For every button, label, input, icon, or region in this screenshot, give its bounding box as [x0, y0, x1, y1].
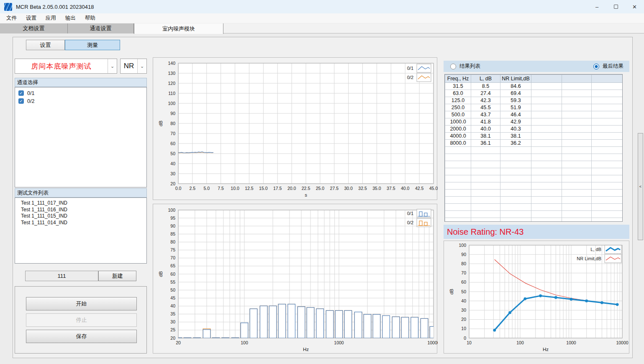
last-result-radio[interactable]: 最后结果 [593, 63, 623, 70]
svg-text:10.0: 10.0 [231, 186, 239, 191]
tab-channel-settings[interactable]: 通道设置 [68, 23, 134, 33]
menu-item-0[interactable]: 文件 [2, 14, 21, 23]
table-cell [562, 147, 592, 154]
svg-text:35.0: 35.0 [372, 186, 381, 191]
panel-collapse-handle[interactable]: < [638, 133, 643, 240]
table-cell [592, 126, 623, 133]
new-button[interactable]: 新建 [98, 271, 136, 281]
file-list-item[interactable]: Test 1_111_016_IND [21, 207, 146, 213]
subtab-measure[interactable]: 测量 [65, 40, 120, 50]
table-cell [500, 147, 531, 154]
table-row[interactable] [445, 197, 623, 204]
table-row[interactable] [445, 182, 623, 190]
svg-text:Hz: Hz [543, 347, 549, 352]
table-row[interactable]: 125.042.359.3 [445, 97, 623, 104]
file-list-item[interactable]: Test 1_111_017_IND [21, 200, 146, 207]
results-col-header [562, 75, 592, 83]
table-cell [592, 83, 623, 90]
table-row[interactable]: 2000.040.040.3 [445, 126, 623, 133]
channel-row-0/2[interactable]: ✓0/2 [18, 97, 146, 105]
table-row[interactable] [445, 161, 623, 168]
table-cell [592, 133, 623, 140]
menu-item-1[interactable]: 设置 [21, 14, 41, 23]
svg-text:NR Limit,dB: NR Limit,dB [577, 256, 601, 261]
table-cell [500, 197, 531, 204]
table-cell [562, 218, 592, 222]
noise-rating-value: Noise Rating: NR-43 [447, 227, 523, 237]
radio-unchecked-icon[interactable] [450, 64, 456, 69]
results-list-radio[interactable]: 结果列表 [450, 63, 480, 70]
table-row[interactable]: 500.043.746.4 [445, 111, 623, 118]
checkbox-icon[interactable]: ✓ [18, 90, 24, 96]
svg-text:100: 100 [516, 340, 524, 345]
table-cell [445, 211, 471, 218]
menu-item-2[interactable]: 应用 [41, 14, 61, 23]
tab-document-settings[interactable]: 文档设置 [0, 23, 68, 33]
table-row[interactable] [445, 218, 623, 222]
save-button[interactable]: 保存 [26, 330, 137, 343]
svg-text:60: 60 [170, 272, 175, 277]
svg-text:dB: dB [158, 271, 163, 277]
start-button[interactable]: 开始 [26, 297, 137, 310]
table-row[interactable] [445, 190, 623, 197]
table-row[interactable]: 63.027.469.4 [445, 90, 623, 97]
file-list-item[interactable]: Test 1_111_015_IND [21, 213, 146, 220]
svg-text:1000: 1000 [566, 340, 576, 345]
table-cell [531, 90, 562, 97]
table-cell [445, 175, 471, 182]
rating-standard-dropdown[interactable]: NR ⌄ [120, 59, 147, 74]
table-cell [592, 97, 623, 104]
table-row[interactable] [445, 147, 623, 154]
svg-text:40: 40 [461, 298, 466, 303]
svg-text:100: 100 [459, 243, 466, 248]
results-col-header [592, 75, 623, 83]
table-row[interactable]: 8000.036.136.2 [445, 140, 623, 147]
table-row[interactable] [445, 204, 623, 211]
menu-item-3[interactable]: 输出 [61, 14, 80, 23]
svg-text:20: 20 [170, 336, 175, 341]
svg-text:25: 25 [170, 327, 175, 332]
svg-text:110: 110 [168, 91, 175, 96]
svg-text:120: 120 [168, 81, 175, 86]
svg-text:80: 80 [170, 239, 175, 244]
svg-text:20: 20 [461, 317, 466, 322]
subtab-settings[interactable]: 设置 [26, 40, 65, 50]
table-cell [445, 218, 471, 222]
chevron-down-icon[interactable]: ⌄ [108, 59, 117, 73]
svg-text:25.0: 25.0 [316, 186, 325, 191]
file-list-item[interactable]: Test 1_111_014_IND [21, 220, 146, 226]
table-cell [471, 190, 500, 197]
results-col-header: L, dB [471, 75, 500, 83]
checkbox-icon[interactable]: ✓ [18, 98, 24, 104]
svg-text:0: 0 [464, 336, 466, 341]
table-cell: 63.0 [445, 90, 471, 97]
tab-indoor-noise-module[interactable]: 室内噪声模块 [134, 23, 223, 34]
menu-bar: 文件设置应用输出帮助 [0, 13, 644, 23]
table-cell [471, 147, 500, 154]
test-file-list[interactable]: Test 1_111_017_INDTest 1_111_016_INDTest… [15, 197, 147, 264]
table-row[interactable]: 250.045.551.9 [445, 104, 623, 111]
table-row[interactable]: 4000.038.138.1 [445, 133, 623, 140]
chevron-down-icon[interactable]: ⌄ [137, 59, 146, 73]
menu-item-4[interactable]: 帮助 [80, 14, 100, 23]
svg-text:40: 40 [170, 161, 175, 166]
table-row[interactable] [445, 154, 623, 161]
table-row[interactable] [445, 175, 623, 182]
table-row[interactable] [445, 211, 623, 218]
table-row[interactable] [445, 168, 623, 175]
table-row[interactable]: 31.58.584.6 [445, 83, 623, 90]
table-row[interactable]: 1000.041.842.9 [445, 118, 623, 126]
channel-list[interactable]: ✓0/1✓0/2 [15, 87, 147, 187]
table-cell [592, 154, 623, 161]
table-cell [592, 140, 623, 147]
file-name-input[interactable]: 111 [25, 271, 98, 281]
channel-row-0/1[interactable]: ✓0/1 [18, 89, 146, 97]
minimize-button[interactable]: – [588, 0, 606, 13]
radio-checked-icon[interactable] [593, 64, 599, 69]
maximize-button[interactable] [606, 0, 625, 13]
test-type-dropdown[interactable]: 房间本底噪声测试 ⌄ [15, 59, 117, 74]
close-button[interactable]: ✕ [625, 0, 644, 13]
table-cell [562, 111, 592, 118]
table-cell: 31.5 [445, 83, 471, 90]
table-cell [592, 218, 623, 222]
